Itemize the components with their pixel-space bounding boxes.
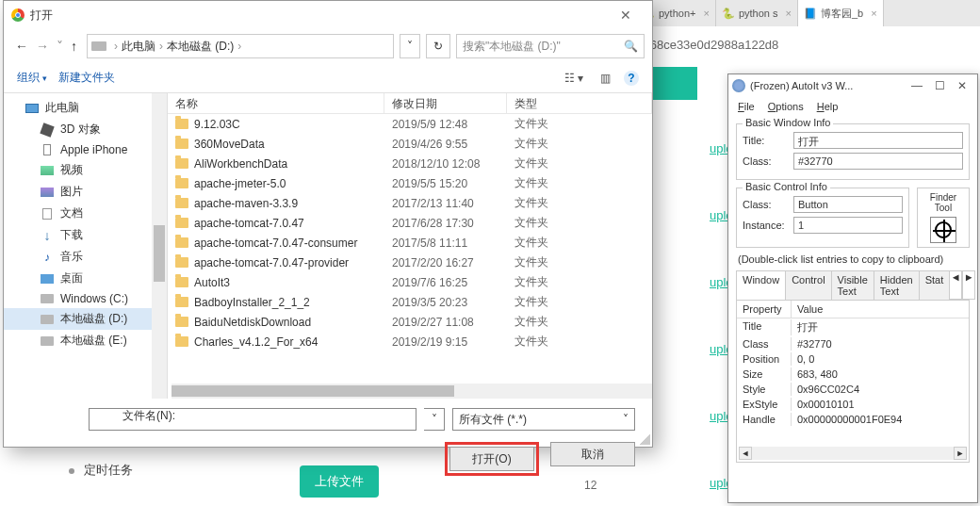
phone-icon (40, 143, 55, 156)
close-tab-icon[interactable]: × (703, 8, 709, 19)
tab-scroll-right[interactable]: ► (962, 270, 975, 300)
close-tab-icon[interactable]: × (785, 8, 791, 19)
menu-help[interactable]: Help (817, 101, 839, 112)
filename-dropdown[interactable]: ˅ (424, 408, 445, 431)
new-folder-button[interactable]: 新建文件夹 (58, 70, 115, 86)
recent-icon[interactable]: ˅ (57, 39, 63, 54)
vid-icon (40, 164, 55, 177)
file-row[interactable]: apache-maven-3.3.92017/2/13 11:40文件夹 (168, 193, 652, 213)
property-row[interactable]: Handle0x00000000001F0E94 (737, 412, 969, 427)
tree-item[interactable]: 本地磁盘 (E:) (4, 330, 167, 351)
basic-control-info: Basic Control Info Class:Button Instance… (736, 188, 909, 248)
file-hscrollbar[interactable] (172, 384, 652, 399)
file-row[interactable]: Charles_v4.1.2_For_x642019/2/19 9:15文件夹 (168, 332, 652, 351)
tree-item[interactable]: 图片 (4, 181, 167, 203)
chrome-icon (11, 8, 24, 22)
folder-icon (175, 297, 188, 307)
tab-hidden-text[interactable]: Hidden Text (874, 270, 920, 300)
ctrl-class-field[interactable]: Button (793, 196, 903, 213)
help-icon[interactable]: ? (624, 71, 639, 86)
menu-options[interactable]: Options (768, 101, 804, 112)
tree-item[interactable]: ♪音乐 (4, 246, 167, 268)
property-list: PropertyValue Title打开Class#32770Position… (736, 301, 970, 463)
dl-icon: ↓ (40, 229, 55, 242)
organize-button[interactable]: 组织 (17, 70, 47, 86)
tree-item[interactable]: Apple iPhone (4, 140, 167, 159)
file-list: 名称 修改日期 类型 9.12.03C2019/5/9 12:48文件夹360M… (168, 93, 652, 399)
folder-icon (175, 336, 188, 347)
folder-icon (175, 237, 188, 248)
dialog-toolbar: 组织 新建文件夹 ☷ ▾ ▥ ? (4, 63, 652, 93)
menu-file[interactable]: File (738, 101, 755, 112)
tree-scrollbar[interactable] (152, 93, 167, 399)
property-row[interactable]: Size683, 480 (737, 367, 969, 382)
breadcrumb[interactable]: › 此电脑 › 本地磁盘 (D:) › (87, 34, 394, 58)
tree-item[interactable]: 本地磁盘 (D:) (4, 308, 167, 330)
property-row[interactable]: Title打开 (737, 318, 969, 336)
tree-item[interactable]: 文档 (4, 203, 167, 224)
folder-icon (175, 317, 188, 327)
file-row[interactable]: 9.12.03C2019/5/9 12:48文件夹 (168, 114, 652, 134)
tab-control[interactable]: Control (785, 270, 831, 300)
ctrl-instance-field[interactable]: 1 (793, 217, 903, 234)
tab-stat[interactable]: Stat (919, 270, 951, 300)
search-input[interactable]: 搜索"本地磁盘 (D:)" 🔍 (456, 34, 645, 58)
close-icon[interactable]: ✕ (951, 79, 973, 92)
folder-icon (175, 257, 188, 268)
tab-window[interactable]: Window (736, 270, 786, 300)
file-open-dialog: 打开 ✕ ← → ˅ ↑ › 此电脑 › 本地磁盘 (D:) › ˅ ↻ 搜索"… (3, 0, 653, 448)
tree-item[interactable]: 桌面 (4, 268, 167, 289)
property-row[interactable]: Style0x96CC02C4 (737, 382, 969, 397)
hdd-icon (40, 313, 55, 326)
nav-tree: 此电脑3D 对象Apple iPhone视频图片文档↓下载♪音乐桌面Window… (4, 93, 168, 399)
folder-icon (175, 178, 188, 188)
file-row[interactable]: apache-tomcat-7.0.47-provider2017/2/20 1… (168, 253, 652, 272)
back-icon[interactable]: ← (15, 39, 28, 54)
file-row[interactable]: 360MoveData2019/4/26 9:55文件夹 (168, 134, 652, 154)
file-type-filter[interactable]: 所有文件 (*.*)˅ (452, 408, 635, 431)
browser-tab[interactable]: 🐍python s× (716, 0, 798, 26)
column-headers[interactable]: 名称 修改日期 类型 (168, 93, 652, 114)
up-icon[interactable]: ↑ (71, 39, 77, 54)
file-row[interactable]: AutoIt32019/7/6 16:25文件夹 (168, 272, 652, 292)
tree-item[interactable]: ↓下载 (4, 224, 167, 246)
resize-grip[interactable] (639, 433, 650, 445)
browser-tabs: 🐍python+×🐍python s×📘博客园_b× (636, 0, 980, 26)
tab-visible-text[interactable]: Visible Text (831, 270, 874, 300)
finder-crosshair-icon[interactable] (930, 217, 956, 243)
file-row[interactable]: apache-tomcat-7.0.47-consumer2017/5/8 11… (168, 233, 652, 253)
file-row[interactable]: BaiduNetdiskDownload2019/2/27 11:08文件夹 (168, 312, 652, 332)
cancel-button[interactable]: 取消 (550, 442, 635, 466)
win-title-field[interactable]: 打开 (793, 132, 963, 149)
browser-tab[interactable]: 📘博客园_b× (798, 0, 884, 26)
tree-item[interactable]: Windows (C:) (4, 289, 167, 308)
maximize-icon[interactable]: ☐ (928, 79, 951, 92)
file-row[interactable]: apache-jmeter-5.02019/5/5 15:20文件夹 (168, 173, 652, 193)
minimize-icon[interactable]: — (906, 79, 928, 92)
refresh-icon[interactable]: ↻ (426, 34, 450, 58)
property-row[interactable]: ExStyle0x00010101 (737, 397, 969, 412)
tree-item[interactable]: 此电脑 (4, 97, 167, 119)
folder-icon (175, 198, 188, 208)
tree-item[interactable]: 3D 对象 (4, 119, 167, 140)
property-row[interactable]: Position0, 0 (737, 351, 969, 367)
open-button[interactable]: 打开(O) (449, 447, 534, 471)
folder-icon (175, 218, 188, 228)
props-hscrollbar[interactable]: ◄► (739, 447, 967, 460)
win-class-field[interactable]: #32770 (793, 153, 963, 170)
close-tab-icon[interactable]: × (871, 8, 876, 19)
search-icon: 🔍 (624, 40, 638, 53)
pc-icon (24, 102, 40, 115)
property-row[interactable]: Class#32770 (737, 336, 969, 351)
open-button-highlight: 打开(O) (445, 442, 539, 476)
dialog-title: 打开 (30, 8, 607, 24)
tab-scroll-left[interactable]: ◄ (949, 270, 962, 300)
close-icon[interactable]: ✕ (607, 8, 645, 23)
tree-item[interactable]: 视频 (4, 159, 167, 181)
view-button[interactable]: ☷ ▾ (561, 70, 587, 87)
breadcrumb-dropdown[interactable]: ˅ (400, 34, 420, 58)
file-row[interactable]: BadboyInstaller_2_1_22019/3/5 20:23文件夹 (168, 292, 652, 312)
file-row[interactable]: AliWorkbenchData2018/12/10 12:08文件夹 (168, 154, 652, 173)
preview-button[interactable]: ▥ (596, 70, 614, 87)
file-row[interactable]: apache-tomcat-7.0.472017/6/28 17:30文件夹 (168, 213, 652, 233)
